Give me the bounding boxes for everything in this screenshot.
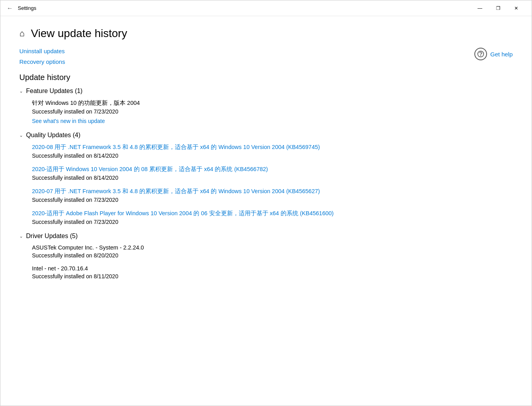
window-title: Settings (18, 5, 36, 11)
uninstall-updates-link[interactable]: Uninstall updates (19, 48, 65, 54)
driver-update-status-1: Successfully installed on 8/11/2020 (32, 273, 118, 279)
see-whats-new-link[interactable]: See what's new in this update (32, 118, 105, 124)
update-history-title: Update history (19, 73, 513, 82)
quality-update-item-1: 2020-适用于 Windows 10 Version 2004 的 08 累积… (19, 166, 513, 181)
quality-chevron-icon: ⌄ (19, 133, 23, 138)
home-icon: ⌂ (19, 28, 24, 39)
quality-updates-label: Quality Updates (4) (26, 132, 81, 139)
quality-update-status-3: Successfully installed on 7/23/2020 (32, 219, 118, 225)
driver-update-item-0: ASUSTek Computer Inc. - System - 2.2.24.… (19, 244, 513, 259)
driver-update-name-0: ASUSTek Computer Inc. - System - 2.2.24.… (32, 244, 513, 251)
driver-chevron-icon: ⌄ (19, 234, 23, 239)
main-content: ⌂ View update history Uninstall updates … (0, 16, 532, 406)
links-column: Uninstall updates Recovery options (19, 48, 65, 65)
minimize-button[interactable]: — (471, 2, 489, 15)
quality-update-item-2: 2020-07 用于 .NET Framework 3.5 和 4.8 的累积更… (19, 188, 513, 203)
get-help-label: Get help (490, 51, 513, 58)
quality-update-item-3: 2020-适用于 Adobe Flash Player for Windows … (19, 210, 513, 225)
quality-update-link-2[interactable]: 2020-07 用于 .NET Framework 3.5 和 4.8 的累积更… (32, 188, 513, 195)
feature-update-item-0: 针对 Windows 10 的功能更新，版本 2004 Successfully… (19, 99, 513, 125)
quality-updates-group: ⌄ Quality Updates (4) 2020-08 用于 .NET Fr… (19, 132, 513, 225)
quality-update-status-1: Successfully installed on 8/14/2020 (32, 175, 118, 181)
driver-update-status-0: Successfully installed on 8/20/2020 (32, 252, 118, 259)
quality-update-status-0: Successfully installed on 8/14/2020 (32, 153, 118, 159)
quality-update-status-2: Successfully installed on 7/23/2020 (32, 197, 118, 203)
quality-update-link-0[interactable]: 2020-08 用于 .NET Framework 3.5 和 4.8 的累积更… (32, 143, 513, 151)
feature-update-name-0: 针对 Windows 10 的功能更新，版本 2004 (32, 99, 513, 107)
help-icon (474, 48, 487, 60)
driver-update-name-1: Intel - net - 20.70.16.4 (32, 265, 513, 272)
svg-point-1 (481, 56, 481, 56)
driver-updates-header[interactable]: ⌄ Driver Updates (5) (19, 233, 513, 240)
title-bar-controls: — ❐ ✕ (471, 2, 525, 15)
feature-updates-header[interactable]: ⌄ Feature Updates (1) (19, 88, 513, 95)
recovery-options-link[interactable]: Recovery options (19, 58, 65, 65)
feature-chevron-icon: ⌄ (19, 89, 23, 94)
title-bar-left: ← Settings (7, 5, 36, 12)
page-title: View update history (31, 27, 127, 40)
feature-update-status-0: Successfully installed on 7/23/2020 (32, 108, 118, 115)
page-header: ⌂ View update history (19, 27, 513, 40)
driver-updates-group: ⌄ Driver Updates (5) ASUSTek Computer In… (19, 233, 513, 280)
links-row: Uninstall updates Recovery options Get h… (19, 48, 513, 65)
restore-button[interactable]: ❐ (489, 2, 507, 15)
quality-update-link-1[interactable]: 2020-适用于 Windows 10 Version 2004 的 08 累积… (32, 166, 513, 173)
quality-update-link-3[interactable]: 2020-适用于 Adobe Flash Player for Windows … (32, 210, 513, 217)
feature-updates-label: Feature Updates (1) (26, 88, 82, 95)
quality-updates-header[interactable]: ⌄ Quality Updates (4) (19, 132, 513, 139)
driver-updates-label: Driver Updates (5) (26, 233, 78, 240)
close-button[interactable]: ✕ (507, 2, 525, 15)
feature-updates-group: ⌄ Feature Updates (1) 针对 Windows 10 的功能更… (19, 88, 513, 125)
get-help-button[interactable]: Get help (474, 48, 513, 60)
title-bar: ← Settings — ❐ ✕ (0, 0, 532, 16)
back-icon[interactable]: ← (7, 5, 13, 12)
quality-update-item-0: 2020-08 用于 .NET Framework 3.5 和 4.8 的累积更… (19, 143, 513, 159)
driver-update-item-1: Intel - net - 20.70.16.4 Successfully in… (19, 265, 513, 280)
